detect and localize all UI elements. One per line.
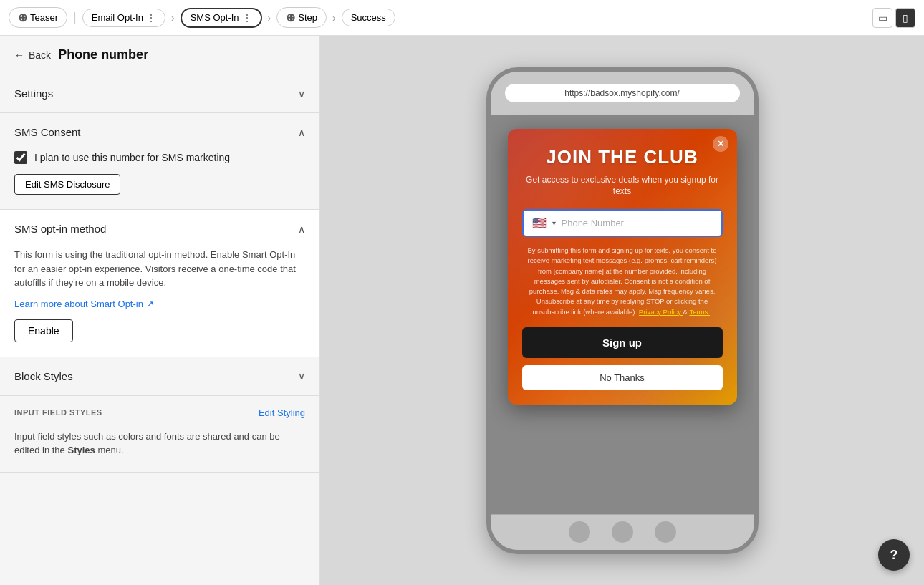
help-button[interactable]: ? xyxy=(878,539,910,571)
menu-word: menu. xyxy=(97,445,123,455)
chevron2: › xyxy=(268,12,271,24)
popup-title: JOIN THE CLUB xyxy=(522,146,723,168)
sms-opt-in-method-title: SMS opt-in method xyxy=(14,223,106,235)
back-arrow-icon: ← xyxy=(14,49,24,61)
input-field-styles-label: INPUT FIELD STYLES xyxy=(14,408,102,417)
settings-header[interactable]: Settings ∨ xyxy=(0,74,319,112)
block-styles-header[interactable]: Block Styles ∨ xyxy=(0,357,319,395)
phone-bottom-bar xyxy=(491,514,754,550)
input-field-desc-text: Input field styles such as colors and fo… xyxy=(14,431,280,456)
settings-section: Settings ∨ xyxy=(0,74,319,113)
chevron3: › xyxy=(332,12,336,24)
edit-styling-link[interactable]: Edit Styling xyxy=(259,407,305,418)
opt-in-description: This form is using the traditional opt-i… xyxy=(14,248,305,290)
phone-mockup: https://badsox.myshopify.com/ ✕ JOIN THE… xyxy=(486,67,759,554)
sms-opt-in-method-chevron-icon: ∧ xyxy=(298,223,305,235)
sms-opt-in-method-content: This form is using the traditional opt-i… xyxy=(0,248,319,357)
email-opt-in-label: Email Opt-In xyxy=(92,12,143,23)
back-button[interactable]: ← Back xyxy=(14,49,51,61)
phone-input-placeholder: Phone Number xyxy=(562,218,713,228)
sms-consent-section: SMS Consent ∧ I plan to use this number … xyxy=(0,113,319,210)
step-plus-icon: ⊕ xyxy=(286,11,295,24)
input-field-styles-header: INPUT FIELD STYLES Edit Styling xyxy=(0,396,319,430)
desktop-view-icon[interactable]: ▭ xyxy=(872,8,892,28)
block-styles-chevron-icon: ∨ xyxy=(298,370,305,382)
phone-notch-area: https://badsox.myshopify.com/ xyxy=(491,72,754,115)
sms-consent-chevron-icon: ∧ xyxy=(298,127,305,138)
privacy-policy-text: Privacy Policy xyxy=(639,308,681,316)
sms-opt-in-step[interactable]: SMS Opt-In ⋮ xyxy=(181,8,262,28)
main-layout: ← Back Phone number Settings ∨ SMS Conse… xyxy=(0,36,924,585)
sms-marketing-label: I plan to use this number for SMS market… xyxy=(34,152,230,163)
block-styles-title: Block Styles xyxy=(14,370,73,382)
no-thanks-button[interactable]: No Thanks xyxy=(522,365,723,390)
bottom-dot-3 xyxy=(655,521,676,543)
close-button[interactable]: ✕ xyxy=(713,136,728,152)
email-opt-in-step[interactable]: Email Opt-In ⋮ xyxy=(82,9,165,27)
teaser-step[interactable]: ⊕ Teaser xyxy=(9,7,67,28)
phone-content: ✕ JOIN THE CLUB Get access to exclusive … xyxy=(491,115,754,514)
success-label: Success xyxy=(351,12,386,23)
enable-button[interactable]: Enable xyxy=(14,319,73,342)
phone-input-row[interactable]: 🇺🇸 ▾ Phone Number xyxy=(522,209,723,237)
sms-marketing-checkbox[interactable] xyxy=(14,151,27,164)
sms-opt-in-method-section: SMS opt-in method ∧ This form is using t… xyxy=(0,210,319,357)
block-styles-section: Block Styles ∨ xyxy=(0,357,319,396)
input-field-styles-section: INPUT FIELD STYLES Edit Styling Input fi… xyxy=(0,396,319,473)
top-nav: ⊕ Teaser | Email Opt-In ⋮ › SMS Opt-In ⋮… xyxy=(0,0,924,36)
consent-text: By submitting this form and signing up f… xyxy=(522,246,723,317)
bottom-dot-1 xyxy=(569,521,590,543)
teaser-plus-icon: ⊕ xyxy=(18,11,27,24)
terms-link[interactable]: Terms xyxy=(689,308,710,316)
learn-more-text: Learn more about Smart Opt-in xyxy=(14,299,143,309)
us-flag-icon: 🇺🇸 xyxy=(532,216,547,230)
address-bar: https://badsox.myshopify.com/ xyxy=(505,84,740,102)
sidebar-header: ← Back Phone number xyxy=(0,36,319,74)
page-title: Phone number xyxy=(58,47,148,62)
settings-title: Settings xyxy=(14,87,53,100)
consent-body-text: By submitting this form and signing up f… xyxy=(527,246,716,316)
email-opt-in-dots[interactable]: ⋮ xyxy=(146,12,156,24)
terms-text: Terms xyxy=(689,308,708,316)
sms-consent-content: I plan to use this number for SMS market… xyxy=(0,151,319,209)
bottom-dot-2 xyxy=(612,521,633,543)
learn-more-link[interactable]: Learn more about Smart Opt-in ↗ xyxy=(14,299,305,309)
mobile-view-icon[interactable]: ▯ xyxy=(895,8,915,28)
edit-sms-disclosure-button[interactable]: Edit SMS Disclosure xyxy=(14,174,120,195)
sep1: | xyxy=(73,10,77,25)
sms-checkbox-row: I plan to use this number for SMS market… xyxy=(14,151,305,164)
dropdown-arrow-icon: ▾ xyxy=(552,219,556,227)
period: . xyxy=(710,308,712,316)
popup-subtitle: Get access to exclusive deals when you s… xyxy=(522,174,723,198)
input-field-styles-desc: Input field styles such as colors and fo… xyxy=(0,430,319,472)
popup-modal: ✕ JOIN THE CLUB Get access to exclusive … xyxy=(508,129,737,405)
settings-chevron-icon: ∨ xyxy=(298,88,305,100)
privacy-policy-link[interactable]: Privacy Policy xyxy=(639,308,683,316)
success-step[interactable]: Success xyxy=(342,9,395,26)
sms-opt-in-label: SMS Opt-In xyxy=(191,12,239,23)
back-label: Back xyxy=(29,49,51,61)
view-icons: ▭ ▯ xyxy=(872,8,915,28)
sidebar: ← Back Phone number Settings ∨ SMS Conse… xyxy=(0,36,320,585)
preview-area: https://badsox.myshopify.com/ ✕ JOIN THE… xyxy=(320,36,924,585)
styles-word: Styles xyxy=(67,445,95,455)
signup-button[interactable]: Sign up xyxy=(522,327,723,358)
chevron1: › xyxy=(171,12,175,24)
sms-consent-title: SMS Consent xyxy=(14,126,81,138)
step-label: Step xyxy=(298,12,317,23)
external-link-icon: ↗ xyxy=(146,299,154,309)
teaser-label: Teaser xyxy=(30,12,58,23)
sms-consent-header[interactable]: SMS Consent ∧ xyxy=(0,113,319,151)
sms-opt-in-dots[interactable]: ⋮ xyxy=(242,12,252,24)
step-step[interactable]: ⊕ Step xyxy=(276,7,327,28)
sms-opt-in-method-header[interactable]: SMS opt-in method ∧ xyxy=(0,210,319,248)
